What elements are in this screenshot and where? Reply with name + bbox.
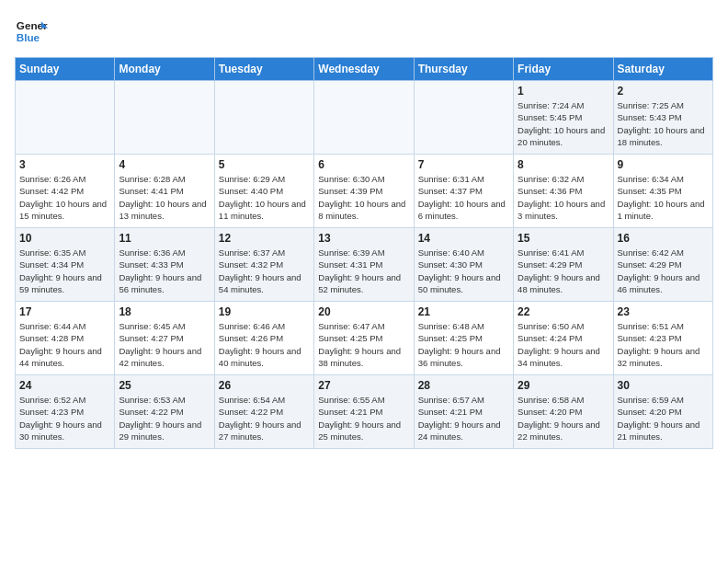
calendar-cell: 5Sunrise: 6:29 AM Sunset: 4:40 PM Daylig… [214, 155, 313, 228]
day-number: 28 [418, 379, 509, 392]
calendar-cell: 20Sunrise: 6:47 AM Sunset: 4:25 PM Dayli… [314, 302, 414, 375]
calendar-cell [314, 81, 414, 155]
weekday-header: Monday [115, 58, 214, 81]
calendar-week-row: 3Sunrise: 6:26 AM Sunset: 4:42 PM Daylig… [16, 155, 713, 228]
day-detail: Sunrise: 6:29 AM Sunset: 4:40 PM Dayligh… [219, 173, 310, 222]
calendar-cell: 24Sunrise: 6:52 AM Sunset: 4:23 PM Dayli… [16, 375, 115, 449]
calendar-cell: 26Sunrise: 6:54 AM Sunset: 4:22 PM Dayli… [214, 375, 313, 449]
day-detail: Sunrise: 6:58 AM Sunset: 4:20 PM Dayligh… [518, 394, 609, 442]
weekday-header: Saturday [613, 58, 712, 81]
day-detail: Sunrise: 6:37 AM Sunset: 4:32 PM Dayligh… [219, 247, 310, 295]
day-detail: Sunrise: 6:32 AM Sunset: 4:36 PM Dayligh… [518, 173, 609, 222]
day-number: 10 [19, 232, 110, 245]
day-detail: Sunrise: 6:52 AM Sunset: 4:23 PM Dayligh… [19, 394, 110, 442]
weekday-header: Wednesday [314, 58, 414, 81]
day-number: 16 [618, 232, 709, 245]
calendar-cell: 19Sunrise: 6:46 AM Sunset: 4:26 PM Dayli… [214, 302, 313, 375]
day-detail: Sunrise: 6:51 AM Sunset: 4:23 PM Dayligh… [618, 320, 709, 369]
day-detail: Sunrise: 6:28 AM Sunset: 4:41 PM Dayligh… [119, 173, 210, 222]
calendar-cell: 23Sunrise: 6:51 AM Sunset: 4:23 PM Dayli… [613, 302, 712, 375]
day-detail: Sunrise: 6:40 AM Sunset: 4:30 PM Dayligh… [418, 247, 509, 295]
day-detail: Sunrise: 6:42 AM Sunset: 4:29 PM Dayligh… [618, 247, 709, 295]
calendar-cell [16, 81, 115, 155]
calendar-cell: 7Sunrise: 6:31 AM Sunset: 4:37 PM Daylig… [414, 155, 513, 228]
day-detail: Sunrise: 6:46 AM Sunset: 4:26 PM Dayligh… [219, 320, 310, 369]
day-number: 3 [19, 158, 110, 171]
day-number: 14 [418, 232, 509, 245]
day-detail: Sunrise: 6:34 AM Sunset: 4:35 PM Dayligh… [618, 173, 709, 222]
svg-text:Blue: Blue [17, 31, 40, 43]
day-number: 7 [418, 158, 509, 171]
day-detail: Sunrise: 6:48 AM Sunset: 4:25 PM Dayligh… [418, 320, 509, 369]
calendar-cell: 12Sunrise: 6:37 AM Sunset: 4:32 PM Dayli… [214, 228, 313, 302]
calendar-cell: 9Sunrise: 6:34 AM Sunset: 4:35 PM Daylig… [613, 155, 712, 228]
weekday-header: Tuesday [214, 58, 313, 81]
logo-icon: General Blue [15, 15, 48, 48]
day-detail: Sunrise: 6:39 AM Sunset: 4:31 PM Dayligh… [318, 247, 409, 295]
day-number: 25 [119, 379, 210, 392]
calendar-cell: 10Sunrise: 6:35 AM Sunset: 4:34 PM Dayli… [16, 228, 115, 302]
calendar-cell: 18Sunrise: 6:45 AM Sunset: 4:27 PM Dayli… [115, 302, 214, 375]
calendar-body: 1Sunrise: 7:24 AM Sunset: 5:45 PM Daylig… [16, 81, 713, 449]
day-detail: Sunrise: 6:41 AM Sunset: 4:29 PM Dayligh… [518, 247, 609, 295]
day-detail: Sunrise: 6:44 AM Sunset: 4:28 PM Dayligh… [19, 320, 110, 369]
calendar-table: SundayMondayTuesdayWednesdayThursdayFrid… [15, 57, 713, 449]
day-detail: Sunrise: 6:31 AM Sunset: 4:37 PM Dayligh… [418, 173, 509, 222]
calendar-cell: 4Sunrise: 6:28 AM Sunset: 4:41 PM Daylig… [115, 155, 214, 228]
calendar-cell: 14Sunrise: 6:40 AM Sunset: 4:30 PM Dayli… [414, 228, 513, 302]
day-number: 26 [219, 379, 310, 392]
day-number: 24 [19, 379, 110, 392]
calendar-week-row: 10Sunrise: 6:35 AM Sunset: 4:34 PM Dayli… [16, 228, 713, 302]
calendar-week-row: 24Sunrise: 6:52 AM Sunset: 4:23 PM Dayli… [16, 375, 713, 449]
day-detail: Sunrise: 6:55 AM Sunset: 4:21 PM Dayligh… [318, 394, 409, 442]
day-detail: Sunrise: 7:25 AM Sunset: 5:43 PM Dayligh… [618, 99, 709, 148]
day-number: 13 [318, 232, 409, 245]
day-number: 11 [119, 232, 210, 245]
logo: General Blue [15, 15, 48, 48]
calendar-cell: 22Sunrise: 6:50 AM Sunset: 4:24 PM Dayli… [514, 302, 613, 375]
calendar-cell [414, 81, 513, 155]
calendar-week-row: 17Sunrise: 6:44 AM Sunset: 4:28 PM Dayli… [16, 302, 713, 375]
day-detail: Sunrise: 6:57 AM Sunset: 4:21 PM Dayligh… [418, 394, 509, 442]
page-header: General Blue [15, 15, 713, 48]
day-detail: Sunrise: 6:59 AM Sunset: 4:20 PM Dayligh… [618, 394, 709, 442]
weekday-header: Thursday [414, 58, 513, 81]
calendar-cell: 1Sunrise: 7:24 AM Sunset: 5:45 PM Daylig… [514, 81, 613, 155]
calendar-cell: 2Sunrise: 7:25 AM Sunset: 5:43 PM Daylig… [613, 81, 712, 155]
day-detail: Sunrise: 6:50 AM Sunset: 4:24 PM Dayligh… [518, 320, 609, 369]
day-number: 15 [518, 232, 609, 245]
day-number: 17 [19, 305, 110, 318]
day-detail: Sunrise: 6:36 AM Sunset: 4:33 PM Dayligh… [119, 247, 210, 295]
calendar-cell: 25Sunrise: 6:53 AM Sunset: 4:22 PM Dayli… [115, 375, 214, 449]
calendar-week-row: 1Sunrise: 7:24 AM Sunset: 5:45 PM Daylig… [16, 81, 713, 155]
day-detail: Sunrise: 6:35 AM Sunset: 4:34 PM Dayligh… [19, 247, 110, 295]
day-number: 27 [318, 379, 409, 392]
calendar-cell: 15Sunrise: 6:41 AM Sunset: 4:29 PM Dayli… [514, 228, 613, 302]
calendar-cell: 16Sunrise: 6:42 AM Sunset: 4:29 PM Dayli… [613, 228, 712, 302]
day-number: 8 [518, 158, 609, 171]
calendar-cell [115, 81, 214, 155]
weekday-header: Friday [514, 58, 613, 81]
day-number: 12 [219, 232, 310, 245]
day-detail: Sunrise: 6:30 AM Sunset: 4:39 PM Dayligh… [318, 173, 409, 222]
calendar-cell: 17Sunrise: 6:44 AM Sunset: 4:28 PM Dayli… [16, 302, 115, 375]
day-number: 22 [518, 305, 609, 318]
day-detail: Sunrise: 6:45 AM Sunset: 4:27 PM Dayligh… [119, 320, 210, 369]
weekday-header: Sunday [16, 58, 115, 81]
day-number: 5 [219, 158, 310, 171]
day-number: 29 [518, 379, 609, 392]
calendar-cell: 28Sunrise: 6:57 AM Sunset: 4:21 PM Dayli… [414, 375, 513, 449]
calendar-cell: 6Sunrise: 6:30 AM Sunset: 4:39 PM Daylig… [314, 155, 414, 228]
day-detail: Sunrise: 7:24 AM Sunset: 5:45 PM Dayligh… [518, 99, 609, 148]
day-number: 30 [618, 379, 709, 392]
calendar-cell: 30Sunrise: 6:59 AM Sunset: 4:20 PM Dayli… [613, 375, 712, 449]
calendar-cell: 11Sunrise: 6:36 AM Sunset: 4:33 PM Dayli… [115, 228, 214, 302]
day-detail: Sunrise: 6:53 AM Sunset: 4:22 PM Dayligh… [119, 394, 210, 442]
calendar-header-row: SundayMondayTuesdayWednesdayThursdayFrid… [16, 58, 713, 81]
day-number: 9 [618, 158, 709, 171]
day-number: 18 [119, 305, 210, 318]
day-number: 6 [318, 158, 409, 171]
calendar-cell: 29Sunrise: 6:58 AM Sunset: 4:20 PM Dayli… [514, 375, 613, 449]
calendar-cell: 27Sunrise: 6:55 AM Sunset: 4:21 PM Dayli… [314, 375, 414, 449]
day-number: 20 [318, 305, 409, 318]
